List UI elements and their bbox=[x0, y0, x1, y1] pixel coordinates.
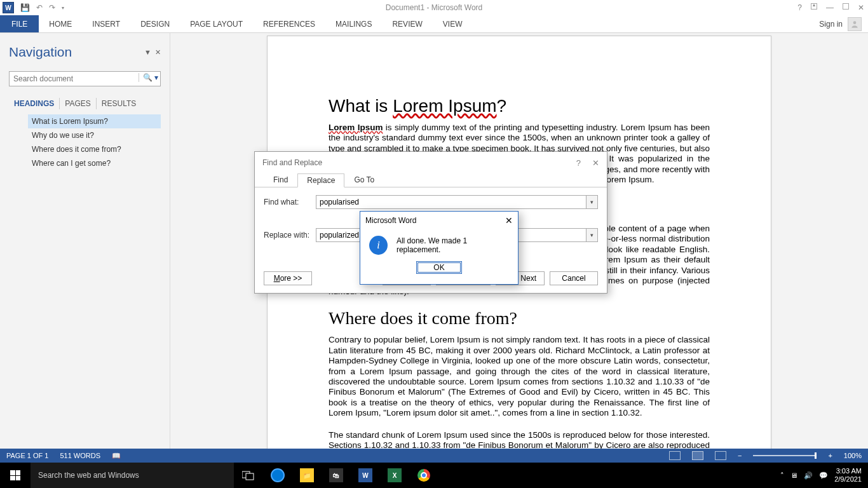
zoom-level[interactable]: 100% bbox=[844, 452, 862, 459]
store-icon[interactable]: 🛍 bbox=[322, 463, 351, 488]
tab-view[interactable]: VIEW bbox=[433, 15, 473, 32]
sign-in-label: Sign in bbox=[819, 20, 843, 29]
titlebar: W 💾 ↶ ↷ ▾ Document1 - Microsoft Word ? ▴… bbox=[0, 0, 868, 15]
document-title: Document1 - Microsoft Word bbox=[386, 3, 483, 12]
tab-review[interactable]: REVIEW bbox=[382, 15, 432, 32]
status-page[interactable]: PAGE 1 OF 1 bbox=[6, 452, 48, 459]
word-app-icon: W bbox=[3, 2, 14, 13]
status-bar: PAGE 1 OF 1 511 WORDS 📖 − + 100% bbox=[0, 449, 868, 463]
zoom-in-icon[interactable]: + bbox=[828, 452, 832, 459]
window-controls: ? ▴ ― ✕ bbox=[797, 3, 864, 12]
nav-item[interactable]: Where can I get some? bbox=[28, 156, 161, 170]
nav-headings-list: What is Lorem Ipsum? Why do we use it? W… bbox=[9, 114, 161, 170]
navigation-title: Navigation bbox=[9, 44, 72, 60]
view-print-icon[interactable] bbox=[692, 451, 703, 460]
nav-tab-headings[interactable]: HEADINGS bbox=[9, 98, 60, 109]
view-read-icon[interactable] bbox=[669, 451, 681, 460]
file-explorer-icon[interactable]: 📁 bbox=[292, 463, 322, 488]
edge-icon[interactable] bbox=[263, 463, 292, 488]
redo-icon[interactable]: ↷ bbox=[49, 3, 55, 12]
dialog-help-icon[interactable]: ? bbox=[576, 158, 581, 168]
ok-button[interactable]: OK bbox=[416, 261, 461, 274]
nav-item[interactable]: What is Lorem Ipsum? bbox=[28, 114, 161, 128]
save-icon[interactable]: 💾 bbox=[20, 3, 30, 12]
zoom-out-icon[interactable]: − bbox=[738, 452, 742, 459]
paragraph: Contrary to popular belief, Lorem Ipsum … bbox=[329, 335, 710, 419]
tab-page-layout[interactable]: PAGE LAYOUT bbox=[180, 15, 253, 32]
more-button[interactable]: More >> bbox=[264, 271, 312, 285]
cancel-button[interactable]: Cancel bbox=[550, 271, 598, 285]
excel-taskbar-icon[interactable]: X bbox=[380, 463, 409, 488]
quick-access-toolbar: W 💾 ↶ ↷ ▾ bbox=[0, 2, 64, 13]
taskbar-search-placeholder: Search the web and Windows bbox=[38, 471, 139, 480]
tab-insert[interactable]: INSERT bbox=[82, 15, 130, 32]
search-icon[interactable]: 🔍 ▾ bbox=[139, 73, 158, 82]
tray-chevron-icon[interactable]: ˄ bbox=[780, 471, 784, 480]
taskbar-apps: 📁 🛍 W X bbox=[234, 463, 438, 488]
help-icon[interactable]: ? bbox=[797, 3, 802, 12]
avatar-icon bbox=[848, 17, 862, 31]
tray-date: 2/9/2021 bbox=[834, 475, 862, 484]
dialog-title: Find and Replace bbox=[262, 158, 322, 167]
nav-dropdown-icon[interactable]: ▼ bbox=[144, 48, 151, 57]
tray-volume-icon[interactable]: 🔊 bbox=[804, 471, 813, 480]
svg-point-0 bbox=[853, 21, 857, 24]
view-web-icon[interactable] bbox=[715, 451, 726, 460]
fr-tab-goto[interactable]: Go To bbox=[344, 173, 384, 187]
nav-tab-results[interactable]: RESULTS bbox=[97, 98, 141, 109]
maximize-icon[interactable] bbox=[843, 3, 849, 10]
tray-notifications-icon[interactable]: 💬 bbox=[819, 471, 828, 480]
find-what-input[interactable] bbox=[316, 195, 587, 209]
msgbox-close-icon[interactable]: ✕ bbox=[505, 215, 513, 226]
tray-time: 3:03 AM bbox=[834, 467, 862, 475]
taskbar: Search the web and Windows 📁 🛍 W X ˄ 🖥 🔊… bbox=[0, 463, 868, 488]
nav-item[interactable]: Why do we use it? bbox=[28, 128, 161, 142]
svg-rect-2 bbox=[246, 473, 254, 480]
close-icon[interactable]: ✕ bbox=[858, 3, 864, 12]
windows-logo-icon bbox=[10, 470, 20, 480]
tray-network-icon[interactable]: 🖥 bbox=[790, 471, 797, 479]
taskbar-search[interactable]: Search the web and Windows bbox=[31, 463, 234, 488]
nav-close-icon[interactable]: ✕ bbox=[155, 48, 161, 57]
fr-tab-find[interactable]: Find bbox=[264, 173, 297, 187]
replace-with-label: Replace with: bbox=[264, 231, 316, 240]
nav-tabs: HEADINGS PAGES RESULTS bbox=[9, 98, 161, 109]
ribbon-display-icon[interactable]: ▴ bbox=[811, 3, 817, 10]
paragraph: The standard chunk of Lorem Ipsum used s… bbox=[329, 430, 710, 449]
tab-mailings[interactable]: MAILINGS bbox=[325, 15, 382, 32]
tab-home[interactable]: HOME bbox=[39, 15, 82, 32]
system-tray: ˄ 🖥 🔊 💬 3:03 AM 2/9/2021 bbox=[780, 467, 868, 483]
undo-icon[interactable]: ↶ bbox=[36, 3, 43, 12]
msgbox-message: All done. We made 1 replacement. bbox=[397, 236, 509, 254]
status-words[interactable]: 511 WORDS bbox=[60, 452, 100, 459]
msgbox-title: Microsoft Word bbox=[365, 216, 416, 225]
word-taskbar-icon[interactable]: W bbox=[351, 463, 380, 488]
ribbon-tabs: FILE HOME INSERT DESIGN PAGE LAYOUT REFE… bbox=[0, 15, 868, 33]
heading: What is Lorem Ipsum? bbox=[329, 96, 710, 116]
tab-file[interactable]: FILE bbox=[0, 15, 39, 32]
nav-search: 🔍 ▾ bbox=[9, 71, 161, 86]
message-box: Microsoft Word ✕ i All done. We made 1 r… bbox=[360, 211, 519, 285]
replace-with-dropdown-icon[interactable]: ▾ bbox=[587, 228, 598, 242]
zoom-slider[interactable] bbox=[753, 455, 817, 456]
status-proofing-icon[interactable]: 📖 bbox=[112, 452, 121, 460]
navigation-pane: Navigation ▼ ✕ 🔍 ▾ HEADINGS PAGES RESULT… bbox=[0, 33, 170, 449]
tray-clock[interactable]: 3:03 AM 2/9/2021 bbox=[834, 467, 865, 483]
tab-design[interactable]: DESIGN bbox=[130, 15, 180, 32]
info-icon: i bbox=[369, 236, 388, 255]
nav-item[interactable]: Where does it come from? bbox=[28, 142, 161, 156]
fr-tab-replace[interactable]: Replace bbox=[297, 173, 344, 187]
qat-dropdown-icon[interactable]: ▾ bbox=[62, 5, 64, 11]
find-what-dropdown-icon[interactable]: ▾ bbox=[587, 195, 598, 209]
minimize-icon[interactable]: ― bbox=[826, 3, 834, 12]
dialog-close-icon[interactable]: ✕ bbox=[592, 158, 599, 168]
find-what-label: Find what: bbox=[264, 198, 316, 207]
nav-tab-pages[interactable]: PAGES bbox=[60, 98, 96, 109]
heading: Where does it come from? bbox=[329, 308, 710, 329]
chrome-icon[interactable] bbox=[409, 463, 438, 488]
task-view-icon[interactable] bbox=[234, 463, 263, 488]
tab-references[interactable]: REFERENCES bbox=[253, 15, 325, 32]
sign-in[interactable]: Sign in bbox=[819, 15, 868, 32]
start-button[interactable] bbox=[0, 463, 31, 488]
